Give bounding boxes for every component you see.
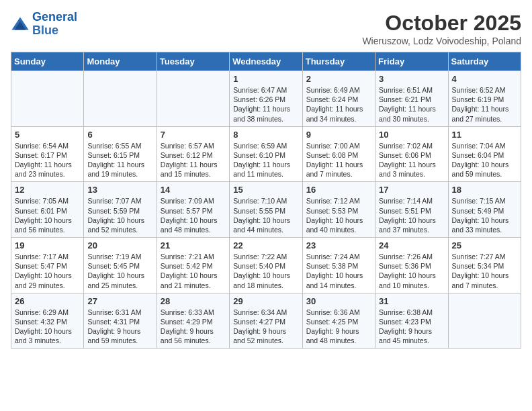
- calendar-cell: [448, 293, 521, 349]
- cell-data: Sunrise: 7:26 AM Sunset: 5:36 PM Dayligh…: [379, 252, 444, 290]
- calendar-cell: 1Sunrise: 6:47 AM Sunset: 6:26 PM Daylig…: [230, 71, 302, 127]
- calendar-cell: 22Sunrise: 7:22 AM Sunset: 5:40 PM Dayli…: [230, 238, 302, 293]
- calendar-cell: [11, 71, 84, 127]
- cell-data: Sunrise: 6:31 AM Sunset: 4:31 PM Dayligh…: [87, 308, 152, 346]
- date-number: 28: [161, 296, 226, 306]
- date-number: 31: [379, 296, 444, 306]
- calendar-cell: 29Sunrise: 6:34 AM Sunset: 4:27 PM Dayli…: [230, 293, 302, 349]
- calendar-cell: 8Sunrise: 6:59 AM Sunset: 6:10 PM Daylig…: [230, 126, 302, 182]
- calendar-cell: [157, 71, 229, 127]
- calendar-week-row: 1Sunrise: 6:47 AM Sunset: 6:26 PM Daylig…: [11, 71, 521, 127]
- cell-data: Sunrise: 6:57 AM Sunset: 6:12 PM Dayligh…: [161, 141, 226, 179]
- calendar-cell: 17Sunrise: 7:14 AM Sunset: 5:51 PM Dayli…: [375, 182, 448, 238]
- calendar-cell: 11Sunrise: 7:04 AM Sunset: 6:04 PM Dayli…: [448, 126, 521, 182]
- logo-text: General Blue: [32, 11, 77, 38]
- cell-data: Sunrise: 6:36 AM Sunset: 4:25 PM Dayligh…: [306, 308, 371, 346]
- cell-data: Sunrise: 7:14 AM Sunset: 5:51 PM Dayligh…: [379, 196, 444, 234]
- logo-icon: [11, 15, 30, 34]
- calendar-cell: 26Sunrise: 6:29 AM Sunset: 4:32 PM Dayli…: [11, 293, 84, 349]
- cell-data: Sunrise: 7:19 AM Sunset: 5:45 PM Dayligh…: [87, 252, 152, 290]
- location-subtitle: Wieruszow, Lodz Voivodeship, Poland: [362, 36, 521, 46]
- calendar-cell: 20Sunrise: 7:19 AM Sunset: 5:45 PM Dayli…: [84, 238, 157, 293]
- date-number: 21: [161, 240, 226, 250]
- calendar-cell: 16Sunrise: 7:12 AM Sunset: 5:53 PM Dayli…: [302, 182, 375, 238]
- calendar-cell: 14Sunrise: 7:09 AM Sunset: 5:57 PM Dayli…: [157, 182, 229, 238]
- header-day-tuesday: Tuesday: [157, 52, 229, 71]
- cell-data: Sunrise: 7:00 AM Sunset: 6:08 PM Dayligh…: [306, 141, 371, 179]
- title-block: October 2025 Wieruszow, Lodz Voivodeship…: [362, 11, 521, 46]
- calendar-cell: 24Sunrise: 7:26 AM Sunset: 5:36 PM Dayli…: [375, 238, 448, 293]
- cell-data: Sunrise: 7:22 AM Sunset: 5:40 PM Dayligh…: [233, 252, 298, 290]
- calendar-header-row: SundayMondayTuesdayWednesdayThursdayFrid…: [11, 52, 521, 71]
- date-number: 18: [452, 185, 517, 195]
- calendar-week-row: 12Sunrise: 7:05 AM Sunset: 6:01 PM Dayli…: [11, 182, 521, 238]
- date-number: 2: [306, 74, 371, 84]
- date-number: 20: [87, 240, 152, 250]
- date-number: 3: [379, 74, 444, 84]
- date-number: 12: [15, 185, 80, 195]
- date-number: 15: [233, 185, 298, 195]
- cell-data: Sunrise: 7:27 AM Sunset: 5:34 PM Dayligh…: [452, 252, 517, 290]
- calendar-table: SundayMondayTuesdayWednesdayThursdayFrid…: [11, 52, 521, 349]
- date-number: 7: [161, 130, 226, 140]
- cell-data: Sunrise: 7:15 AM Sunset: 5:49 PM Dayligh…: [452, 196, 517, 234]
- calendar-cell: 19Sunrise: 7:17 AM Sunset: 5:47 PM Dayli…: [11, 238, 84, 293]
- calendar-cell: 31Sunrise: 6:38 AM Sunset: 4:23 PM Dayli…: [375, 293, 448, 349]
- cell-data: Sunrise: 7:17 AM Sunset: 5:47 PM Dayligh…: [15, 252, 80, 290]
- calendar-cell: 25Sunrise: 7:27 AM Sunset: 5:34 PM Dayli…: [448, 238, 521, 293]
- cell-data: Sunrise: 7:07 AM Sunset: 5:59 PM Dayligh…: [87, 196, 152, 234]
- date-number: 23: [306, 240, 371, 250]
- date-number: 27: [87, 296, 152, 306]
- date-number: 6: [87, 130, 152, 140]
- cell-data: Sunrise: 6:51 AM Sunset: 6:21 PM Dayligh…: [379, 85, 444, 124]
- cell-data: Sunrise: 7:02 AM Sunset: 6:06 PM Dayligh…: [379, 141, 444, 179]
- cell-data: Sunrise: 6:47 AM Sunset: 6:26 PM Dayligh…: [233, 85, 298, 124]
- month-title: October 2025: [362, 11, 521, 36]
- page-header: General Blue October 2025 Wieruszow, Lod…: [11, 11, 521, 46]
- calendar-cell: 6Sunrise: 6:55 AM Sunset: 6:15 PM Daylig…: [84, 126, 157, 182]
- calendar-cell: 21Sunrise: 7:21 AM Sunset: 5:42 PM Dayli…: [157, 238, 229, 293]
- date-number: 10: [379, 130, 444, 140]
- calendar-cell: 9Sunrise: 7:00 AM Sunset: 6:08 PM Daylig…: [302, 126, 375, 182]
- calendar-cell: 18Sunrise: 7:15 AM Sunset: 5:49 PM Dayli…: [448, 182, 521, 238]
- calendar-cell: 30Sunrise: 6:36 AM Sunset: 4:25 PM Dayli…: [302, 293, 375, 349]
- calendar-cell: 4Sunrise: 6:52 AM Sunset: 6:19 PM Daylig…: [448, 71, 521, 127]
- date-number: 17: [379, 185, 444, 195]
- calendar-week-row: 19Sunrise: 7:17 AM Sunset: 5:47 PM Dayli…: [11, 238, 521, 293]
- cell-data: Sunrise: 6:34 AM Sunset: 4:27 PM Dayligh…: [233, 308, 298, 346]
- cell-data: Sunrise: 6:49 AM Sunset: 6:24 PM Dayligh…: [306, 85, 371, 124]
- date-number: 9: [306, 130, 371, 140]
- calendar-cell: 27Sunrise: 6:31 AM Sunset: 4:31 PM Dayli…: [84, 293, 157, 349]
- cell-data: Sunrise: 6:38 AM Sunset: 4:23 PM Dayligh…: [379, 308, 444, 346]
- cell-data: Sunrise: 7:21 AM Sunset: 5:42 PM Dayligh…: [161, 252, 226, 290]
- header-day-sunday: Sunday: [11, 52, 84, 71]
- date-number: 8: [233, 130, 298, 140]
- cell-data: Sunrise: 6:55 AM Sunset: 6:15 PM Dayligh…: [87, 141, 152, 179]
- cell-data: Sunrise: 6:54 AM Sunset: 6:17 PM Dayligh…: [15, 141, 80, 179]
- cell-data: Sunrise: 7:04 AM Sunset: 6:04 PM Dayligh…: [452, 141, 517, 179]
- calendar-cell: 12Sunrise: 7:05 AM Sunset: 6:01 PM Dayli…: [11, 182, 84, 238]
- date-number: 13: [87, 185, 152, 195]
- cell-data: Sunrise: 7:10 AM Sunset: 5:55 PM Dayligh…: [233, 196, 298, 234]
- cell-data: Sunrise: 7:09 AM Sunset: 5:57 PM Dayligh…: [161, 196, 226, 234]
- date-number: 25: [452, 240, 517, 250]
- calendar-cell: 7Sunrise: 6:57 AM Sunset: 6:12 PM Daylig…: [157, 126, 229, 182]
- calendar-week-row: 26Sunrise: 6:29 AM Sunset: 4:32 PM Dayli…: [11, 293, 521, 349]
- date-number: 4: [452, 74, 517, 84]
- cell-data: Sunrise: 7:12 AM Sunset: 5:53 PM Dayligh…: [306, 196, 371, 234]
- header-day-friday: Friday: [375, 52, 448, 71]
- date-number: 5: [15, 130, 80, 140]
- date-number: 30: [306, 296, 371, 306]
- cell-data: Sunrise: 6:33 AM Sunset: 4:29 PM Dayligh…: [161, 308, 226, 346]
- calendar-cell: 15Sunrise: 7:10 AM Sunset: 5:55 PM Dayli…: [230, 182, 302, 238]
- header-day-thursday: Thursday: [302, 52, 375, 71]
- calendar-cell: 2Sunrise: 6:49 AM Sunset: 6:24 PM Daylig…: [302, 71, 375, 127]
- header-day-wednesday: Wednesday: [230, 52, 302, 71]
- calendar-cell: 3Sunrise: 6:51 AM Sunset: 6:21 PM Daylig…: [375, 71, 448, 127]
- calendar-cell: 28Sunrise: 6:33 AM Sunset: 4:29 PM Dayli…: [157, 293, 229, 349]
- cell-data: Sunrise: 6:52 AM Sunset: 6:19 PM Dayligh…: [452, 85, 517, 124]
- calendar-cell: 5Sunrise: 6:54 AM Sunset: 6:17 PM Daylig…: [11, 126, 84, 182]
- calendar-cell: [84, 71, 157, 127]
- logo: General Blue: [11, 11, 77, 38]
- date-number: 24: [379, 240, 444, 250]
